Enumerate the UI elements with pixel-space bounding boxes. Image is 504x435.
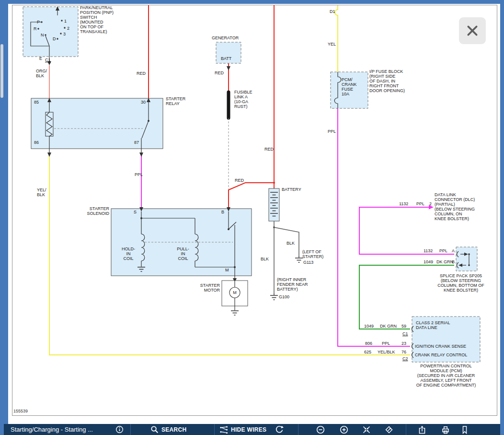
pull-in-coil-label: PULL- IN COIL — [173, 247, 193, 261]
pcm-class2-label: CLASS 2 SERIAL DATA LINE — [416, 320, 450, 330]
circuit-pin: 23 — [401, 341, 406, 346]
generator-label: GENERATOR — [212, 35, 239, 40]
pcm-label: POWERTRAIN CONTROL MODULE (PCM) (SECURED… — [410, 364, 482, 388]
wire-label-yel: YEL — [328, 42, 336, 47]
search-button[interactable]: SEARCH — [150, 424, 186, 435]
refresh-wires-button[interactable] — [273, 424, 286, 435]
circuit-color: DK GRN — [436, 259, 453, 264]
figure-number: 155539 — [13, 409, 28, 413]
info-icon — [115, 425, 124, 434]
toolbar-divider — [130, 424, 131, 435]
circuit-number: 1049 — [364, 324, 374, 329]
print-button[interactable] — [439, 424, 452, 435]
zoom-in-button[interactable] — [338, 424, 350, 435]
wire-yel-fuse-feed[interactable] — [335, 5, 338, 72]
pnp-pos-n: N — [41, 33, 44, 37]
wire-blk-g113[interactable] — [273, 226, 299, 256]
zoom-in-icon — [340, 425, 348, 434]
pcm-crank-fuse-label: PCM/ CRANK FUSE 10A — [342, 77, 357, 96]
ground-g100-label: G100 — [279, 294, 289, 299]
pnp-connector-c1: C1 — [45, 58, 51, 62]
circuit-number: 1049 — [424, 259, 433, 264]
ground-g100-location: (RIGHT INNER FENDER NEAR BATTERY) — [277, 277, 308, 292]
generator-batt-pin: BATT — [221, 56, 231, 61]
relay-pin-85: 85 — [34, 100, 39, 105]
wire-label-red: RED — [215, 71, 224, 75]
dlc-label: DATA LINK CONNECTOR (DLC) (PARTIAL) (BEL… — [435, 192, 475, 221]
wire-label-blk: BLK — [286, 241, 295, 246]
search-icon — [150, 425, 159, 434]
ground-g100-symbol — [270, 294, 278, 300]
reset-view-icon — [385, 425, 393, 434]
hold-in-coil-label: HOLD- IN COIL — [119, 247, 138, 261]
solenoid-pin-s: S — [134, 210, 137, 214]
export-icon — [418, 425, 426, 434]
pnp-pos-d: D — [53, 36, 56, 41]
pnp-switch-label: PARK/NEUTRAL POSITION (PNP) SWITCH (MOUN… — [80, 5, 114, 34]
starter-solenoid-label: STARTER SOLENOID — [80, 206, 109, 216]
starter-motor-label: STARTER MOTOR — [194, 283, 220, 293]
relay-pin-87: 87 — [131, 140, 139, 145]
fit-to-screen-button[interactable] — [360, 424, 373, 435]
bookmark-button[interactable] — [458, 424, 471, 435]
toolbar-divider — [406, 424, 406, 435]
toolbar-divider — [298, 424, 298, 435]
motor-m-symbol-label: M — [232, 290, 238, 295]
wire-label-red: RED — [235, 178, 244, 183]
fusible-link-label: FUSIBLE LINK A (10-GA RUST) — [234, 90, 252, 109]
pcm-ignition-crank-sense-label: IGNITION CRANK SENSE — [415, 344, 466, 349]
wire-ppl-crank-sense[interactable] — [338, 108, 410, 346]
pnp-pin-3: 3 — [63, 32, 66, 36]
toolbar-divider — [214, 424, 215, 435]
diagram-info-button[interactable] — [113, 424, 126, 435]
circuit-color: PPL — [382, 341, 390, 346]
search-button-label: SEARCH — [161, 426, 186, 433]
circuit-color: DK GRN — [380, 324, 397, 329]
splice-pack-label: SPLICE PACK SP205 (BELOW STEERING COLUMN… — [436, 273, 486, 293]
wire-label-ppl: PPL — [328, 129, 336, 134]
ground-g113-label: G113 — [303, 260, 313, 265]
hide-wires-icon — [219, 425, 228, 434]
circuit-number: 1132 — [399, 201, 408, 206]
relay-pin-30: 30 — [138, 100, 146, 105]
close-button[interactable] — [459, 17, 486, 44]
circuit-number: 625 — [364, 350, 371, 354]
ground-g113-symbol — [295, 256, 303, 262]
circuit-color: YEL/BLK — [378, 350, 395, 354]
wire-label-blk: BLK — [261, 257, 269, 261]
starter-relay-label: STARTER RELAY — [166, 96, 185, 106]
starter-motor-symbol — [222, 281, 248, 315]
relay-pin-86: 86 — [34, 140, 39, 145]
fit-to-screen-icon — [362, 425, 371, 434]
pnp-pin-2: 2 — [67, 26, 69, 31]
solenoid-pin-m: M — [225, 268, 229, 272]
wire-label-yel-blk: YEL/ BLK — [37, 188, 46, 197]
diagram-title: Starting/Charging - Starting ... — [11, 424, 93, 435]
pnp-pos-p: P — [37, 20, 40, 24]
splice-pack-symbol — [456, 247, 477, 271]
circuit-pin: B — [452, 259, 455, 264]
circuit-number: 806 — [365, 341, 372, 346]
circuit-color: PPL — [439, 248, 447, 253]
starter-solenoid-symbol — [111, 207, 252, 282]
refresh-icon — [275, 425, 284, 434]
pnp-pin-1: 1 — [64, 19, 67, 24]
export-button[interactable] — [416, 424, 428, 435]
close-icon — [466, 24, 479, 37]
reset-view-button[interactable] — [383, 424, 395, 435]
diagram-viewer: PARK/NEUTRAL POSITION (PNP) SWITCH (MOUN… — [0, 0, 504, 435]
wire-label-red: RED — [264, 147, 274, 152]
zoom-out-button[interactable] — [314, 424, 327, 435]
battery-label: BATTERY — [282, 187, 301, 192]
bottom-toolbar: Starting/Charging - Starting ... SEARCH — [4, 424, 500, 435]
hide-wires-button[interactable]: HIDE WIRES — [219, 424, 266, 435]
pcm-crank-relay-control-label: CRANK RELAY CONTROL — [415, 353, 467, 357]
fuse-block-label: I/P FUSE BLOCK (RIGHT SIDE OF DASH, IN R… — [369, 69, 405, 93]
wire-label-ppl: PPL — [135, 172, 143, 177]
battery-symbol — [269, 188, 279, 227]
starter-relay-symbol — [31, 98, 163, 157]
circuit-number: 1132 — [424, 248, 433, 253]
ground-g113-location: (LEFT OF STARTER) — [302, 249, 323, 259]
pcm-connector-c2: C2 — [402, 356, 408, 361]
pnp-switch-symbol — [23, 6, 78, 65]
